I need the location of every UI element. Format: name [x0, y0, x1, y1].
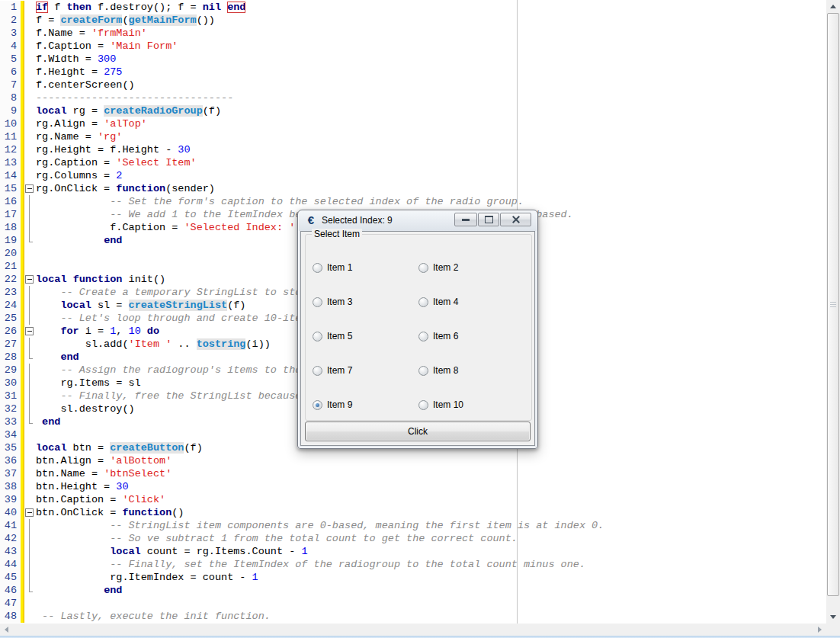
- code-line[interactable]: 5f.Width = 300: [0, 53, 826, 66]
- code-line[interactable]: 45 rg.ItemIndex = count - 1: [0, 571, 826, 584]
- scroll-up-icon: [830, 5, 836, 8]
- line-number: 27: [0, 338, 21, 351]
- code-line[interactable]: 41 -- StringList item components are 0-b…: [0, 519, 826, 532]
- line-number: 31: [0, 390, 21, 402]
- radio-icon[interactable]: [418, 400, 428, 410]
- code-line[interactable]: 2f = createForm(getMainForm()): [0, 14, 826, 27]
- line-number: 8: [0, 91, 21, 104]
- radio-item[interactable]: Item 9: [313, 399, 352, 410]
- radio-label: Item 8: [433, 365, 458, 376]
- code-text: rg.ItemIndex = count - 1: [34, 571, 826, 584]
- fold-marker: [24, 143, 34, 156]
- line-number: 1: [0, 1, 21, 14]
- code-line[interactable]: 16 -- Set the form's caption to the sele…: [0, 195, 826, 208]
- code-line[interactable]: 15rg.OnClick = function(sender): [0, 182, 826, 195]
- line-number: 46: [0, 584, 21, 597]
- radio-icon[interactable]: [418, 297, 428, 307]
- code-text: btn.Align = 'alBottom': [34, 454, 826, 467]
- line-number: 32: [0, 402, 21, 415]
- radio-icon[interactable]: [418, 366, 428, 376]
- dialog-titlebar[interactable]: € Selected Index: 9: [298, 210, 537, 231]
- line-number: 20: [0, 247, 21, 260]
- code-line[interactable]: 14rg.Columns = 2: [0, 169, 826, 182]
- vertical-scrollbar[interactable]: [826, 0, 840, 624]
- click-button[interactable]: Click: [305, 422, 531, 441]
- line-number: 11: [0, 130, 21, 143]
- radio-icon[interactable]: [313, 366, 322, 376]
- code-line[interactable]: 4f.Caption = 'Main Form': [0, 40, 826, 53]
- code-text: f.Width = 300: [34, 53, 826, 66]
- radio-item[interactable]: Item 6: [418, 331, 458, 341]
- line-number: 48: [0, 610, 21, 623]
- radio-label: Item 9: [327, 399, 352, 410]
- fold-marker: [24, 402, 34, 415]
- scroll-down-button[interactable]: [826, 611, 840, 624]
- fold-collapse-button[interactable]: [24, 182, 34, 195]
- code-text: rg.Caption = 'Select Item': [34, 156, 826, 169]
- line-number: 23: [0, 286, 21, 299]
- code-line[interactable]: 11rg.Name = 'rg': [0, 130, 826, 143]
- fold-marker: [24, 221, 34, 234]
- code-line[interactable]: 13rg.Caption = 'Select Item': [0, 156, 826, 169]
- code-line[interactable]: 36btn.Align = 'alBottom': [0, 454, 826, 467]
- scroll-left-button[interactable]: [0, 624, 13, 636]
- line-number: 35: [0, 441, 21, 454]
- code-text: --------------------------------: [34, 91, 826, 104]
- radio-item[interactable]: Item 3: [313, 297, 352, 307]
- horizontal-scrollbar[interactable]: [0, 624, 826, 636]
- radio-icon[interactable]: [313, 263, 322, 273]
- radio-item[interactable]: Item 2: [418, 262, 458, 273]
- code-line[interactable]: 39btn.Caption = 'Click': [0, 493, 826, 506]
- radio-item[interactable]: Item 1: [313, 262, 352, 273]
- code-line[interactable]: 12rg.Height = f.Height - 30: [0, 143, 826, 156]
- line-number: 30: [0, 377, 21, 390]
- radio-icon[interactable]: [313, 332, 322, 341]
- vertical-scrollbar-thumb[interactable]: [827, 13, 839, 596]
- minimize-button[interactable]: [454, 213, 477, 226]
- radio-selected-icon[interactable]: [313, 400, 322, 410]
- radio-icon[interactable]: [418, 263, 428, 273]
- code-line[interactable]: 48 -- Lastly, execute the init function.: [0, 610, 826, 623]
- fold-collapse-button[interactable]: [24, 325, 34, 338]
- minimize-icon: [462, 219, 470, 221]
- code-line[interactable]: 46 end: [0, 584, 826, 597]
- fold-collapse-button[interactable]: [24, 506, 34, 519]
- radio-item[interactable]: Item 4: [418, 297, 458, 307]
- code-line[interactable]: 40btn.OnClick = function(): [0, 506, 826, 519]
- code-line[interactable]: 37btn.Name = 'btnSelect': [0, 467, 826, 480]
- radio-item[interactable]: Item 10: [418, 399, 463, 410]
- maximize-button[interactable]: [478, 213, 499, 226]
- line-number: 36: [0, 454, 21, 467]
- code-line[interactable]: 10rg.Align = 'alTop': [0, 117, 826, 130]
- scroll-right-button[interactable]: [813, 624, 826, 636]
- code-line[interactable]: 7f.centerScreen(): [0, 79, 826, 91]
- code-line[interactable]: 9local rg = createRadioGroup(f): [0, 104, 826, 117]
- line-number: 21: [0, 260, 21, 273]
- code-line[interactable]: 42 -- So ve subtract 1 from the total co…: [0, 532, 826, 545]
- radio-item[interactable]: Item 7: [313, 365, 352, 376]
- line-number: 22: [0, 273, 21, 286]
- code-line[interactable]: 44 -- Finally, set the ItemIndex of the …: [0, 558, 826, 571]
- code-line[interactable]: 8--------------------------------: [0, 91, 826, 104]
- fold-marker: [24, 441, 34, 454]
- code-line[interactable]: 47: [0, 597, 826, 610]
- line-number: 40: [0, 506, 21, 519]
- code-line[interactable]: 3f.Name = 'frmMain': [0, 27, 826, 40]
- line-number: 7: [0, 79, 21, 91]
- code-line[interactable]: 43 local count = rg.Items.Count - 1: [0, 545, 826, 558]
- radio-item[interactable]: Item 5: [313, 331, 352, 341]
- radio-item[interactable]: Item 8: [418, 365, 458, 376]
- scroll-up-button[interactable]: [826, 0, 840, 13]
- radio-icon[interactable]: [418, 332, 428, 341]
- code-line[interactable]: 38btn.Height = 30: [0, 480, 826, 493]
- code-text: -- Lastly, execute the init function.: [34, 610, 826, 623]
- fold-collapse-button[interactable]: [24, 273, 34, 286]
- cheat-engine-icon: €: [305, 214, 317, 226]
- fold-marker: [24, 247, 34, 260]
- code-line[interactable]: 1if f then f.destroy(); f = nil end: [0, 1, 826, 14]
- code-line[interactable]: 6f.Height = 275: [0, 66, 826, 79]
- radio-icon[interactable]: [313, 297, 322, 307]
- fold-marker: [24, 377, 34, 390]
- close-button[interactable]: [500, 213, 531, 226]
- fold-marker: [24, 415, 34, 428]
